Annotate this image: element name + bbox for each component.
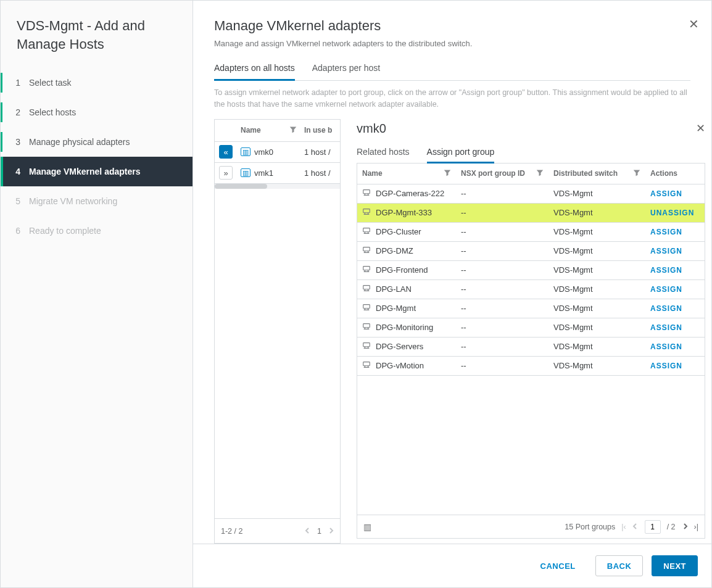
port-group-icon — [362, 284, 371, 294]
step-number: 6 — [13, 226, 20, 236]
port-group-icon — [362, 207, 371, 218]
port-group-icon — [362, 188, 371, 199]
assign-button[interactable]: ASSIGN — [650, 342, 682, 351]
page-input[interactable] — [645, 520, 661, 534]
port-group-row[interactable]: DPG-Monitoring--VDS-MgmtASSIGN — [357, 318, 705, 337]
columns-icon[interactable]: ▥ — [363, 522, 371, 532]
next-button[interactable]: NEXT — [652, 555, 698, 576]
assign-button[interactable]: ASSIGN — [650, 362, 682, 370]
port-group-icon — [362, 265, 371, 275]
assign-button[interactable]: ASSIGN — [650, 266, 682, 275]
svg-rect-1 — [363, 209, 370, 213]
pg-nsx: -- — [461, 304, 466, 313]
port-group-icon — [362, 322, 371, 333]
pg-nsx: -- — [461, 246, 466, 255]
step-number: 5 — [13, 196, 20, 206]
filter-icon[interactable] — [536, 169, 544, 178]
step-5: 5Migrate VM networking — [1, 186, 192, 216]
port-group-icon — [362, 246, 371, 256]
last-page-icon[interactable]: ›| — [694, 523, 698, 531]
filter-icon[interactable] — [289, 126, 297, 135]
horizontal-scrollbar[interactable] — [215, 184, 340, 189]
pg-nsx: -- — [461, 265, 466, 275]
port-group-row[interactable]: DGP-Cameras-222--VDS-MgmtASSIGN — [357, 184, 705, 204]
adapters-header-row: Name In use b — [215, 120, 340, 142]
prev-page-icon[interactable] — [632, 523, 639, 531]
port-group-row[interactable]: DGP-Mgmt-333--VDS-MgmtUNASSIGN — [357, 204, 705, 223]
adapters-footer: 1-2 / 2 1 — [215, 518, 340, 543]
port-group-row[interactable]: DPG-Cluster--VDS-MgmtASSIGN — [357, 223, 705, 242]
pg-name: DPG-Cluster — [376, 227, 421, 236]
assign-button[interactable]: ASSIGN — [650, 189, 682, 198]
page-subtitle: Manage and assign VMkernel network adapt… — [214, 39, 690, 48]
first-page-icon[interactable]: |‹ — [621, 523, 626, 531]
pg-col-dsw[interactable]: Distributed switch — [548, 169, 645, 178]
svg-rect-4 — [363, 267, 370, 270]
expand-button[interactable]: « — [219, 145, 233, 159]
nic-icon: ▥ — [241, 147, 250, 156]
pg-footer: ▥ 15 Port groups |‹ / 2 ›| — [357, 515, 705, 538]
pg-dsw: VDS-Mgmt — [553, 227, 593, 236]
assign-button[interactable]: ASSIGN — [650, 247, 682, 255]
assign-button[interactable]: ASSIGN — [650, 285, 682, 294]
port-group-row[interactable]: DPG-DMZ--VDS-MgmtASSIGN — [357, 242, 705, 261]
col-in-use-label: In use b — [304, 126, 332, 135]
step-4[interactable]: 4Manage VMkernel adapters — [1, 157, 192, 186]
pg-name: DPG-Frontend — [376, 265, 428, 275]
pg-dsw: VDS-Mgmt — [553, 361, 593, 370]
step-1[interactable]: 1Select task — [1, 68, 192, 97]
prev-page-icon[interactable] — [305, 527, 311, 536]
port-group-row[interactable]: DPG-Mgmt--VDS-MgmtASSIGN — [357, 299, 705, 318]
col-in-use[interactable]: In use b — [300, 126, 340, 135]
svg-rect-3 — [363, 247, 370, 251]
pg-dsw: VDS-Mgmt — [553, 189, 593, 198]
wizard-dialog: VDS-Mgmt - Add and Manage Hosts 1Select … — [0, 0, 712, 588]
pg-col-name[interactable]: Name — [357, 169, 456, 178]
port-group-row[interactable]: DPG-Frontend--VDS-MgmtASSIGN — [357, 261, 705, 280]
port-group-row[interactable]: DPG-vMotion--VDS-MgmtASSIGN — [357, 357, 705, 376]
pg-name: DGP-Cameras-222 — [376, 189, 444, 198]
pg-dsw: VDS-Mgmt — [553, 246, 593, 255]
port-group-row[interactable]: DPG-Servers--VDS-MgmtASSIGN — [357, 337, 705, 357]
pg-dsw: VDS-Mgmt — [553, 304, 593, 313]
detail-panel: vmk0 ✕ Related hostsAssign port group Na… — [341, 119, 711, 544]
back-button[interactable]: BACK — [595, 555, 644, 576]
step-3[interactable]: 3Manage physical adapters — [1, 127, 192, 157]
detail-title: vmk0 — [357, 122, 386, 136]
pg-col-nsx[interactable]: NSX port group ID — [456, 169, 548, 178]
close-icon[interactable]: ✕ — [689, 18, 699, 30]
unassign-button[interactable]: UNASSIGN — [650, 209, 694, 217]
hint-text: To assign vmkernel network adapter to po… — [193, 81, 711, 119]
tab-adapters-on-all-hosts[interactable]: Adapters on all hosts — [214, 57, 295, 81]
col-name[interactable]: Name — [237, 126, 300, 135]
svg-rect-5 — [363, 286, 370, 289]
detail-close-icon[interactable]: ✕ — [696, 122, 705, 135]
step-label: Migrate VM networking — [29, 196, 117, 206]
expand-button[interactable]: » — [219, 166, 233, 180]
detail-tab-assign-port-group[interactable]: Assign port group — [427, 142, 495, 164]
next-page-icon[interactable] — [328, 527, 334, 536]
pg-count: 15 Port groups — [565, 523, 615, 531]
pg-name: DPG-DMZ — [376, 246, 413, 255]
port-group-icon — [362, 360, 371, 371]
pg-nsx: -- — [461, 208, 466, 217]
tab-adapters-per-host[interactable]: Adapters per host — [312, 57, 381, 81]
wizard-footer: CANCEL BACK NEXT — [193, 544, 711, 587]
adapter-row[interactable]: «▥vmk01 host / — [215, 142, 340, 163]
step-2[interactable]: 2Select hosts — [1, 97, 192, 127]
filter-icon[interactable] — [633, 169, 640, 178]
adapter-inuse: 1 host / — [304, 147, 331, 157]
page-number: 1 — [317, 527, 321, 536]
pg-name: DPG-vMotion — [376, 361, 424, 370]
detail-tab-related-hosts[interactable]: Related hosts — [357, 142, 410, 164]
filter-icon[interactable] — [444, 169, 451, 178]
adapter-row[interactable]: »▥vmk11 host / — [215, 163, 340, 184]
page-title: Manage VMkernel adapters — [214, 18, 690, 34]
port-group-row[interactable]: DPG-LAN--VDS-MgmtASSIGN — [357, 280, 705, 299]
assign-button[interactable]: ASSIGN — [650, 304, 682, 313]
assign-button[interactable]: ASSIGN — [650, 228, 682, 236]
assign-button[interactable]: ASSIGN — [650, 323, 682, 332]
svg-rect-0 — [363, 190, 370, 194]
next-page-icon[interactable] — [682, 523, 688, 531]
cancel-button[interactable]: CANCEL — [529, 555, 587, 576]
